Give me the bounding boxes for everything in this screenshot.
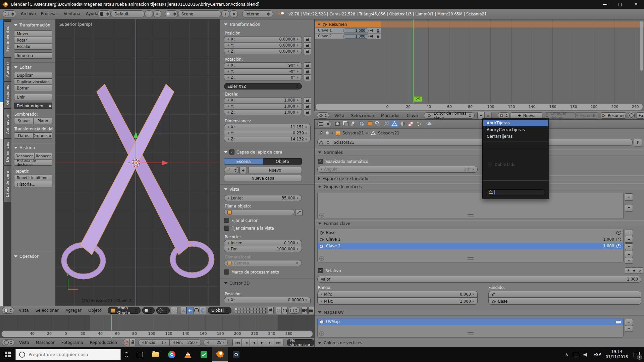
panel-header-editar[interactable]: Editar [14,65,32,70]
menu-search-input[interactable] [496,190,538,195]
layer-cell[interactable] [238,311,240,313]
tab-relaciones[interactable]: Relaciones [3,82,12,109]
datos-button[interactable]: Datos [14,132,33,139]
screen-layout-selector[interactable]: Default [111,10,145,17]
layer-cell[interactable] [241,311,244,313]
dim-z-field[interactable]: Z:14.132 [224,136,311,142]
pos-z-field[interactable]: Z:0.00000 [224,48,302,54]
rot-y-field[interactable]: Y:-0° [224,68,302,74]
pin-button[interactable] [625,267,631,274]
shapekey-move-up-button[interactable] [625,251,633,257]
gpencil-source-objeto-tab[interactable]: Objeto [263,158,302,165]
scissors-blade-left[interactable] [97,84,191,255]
scale-z-field[interactable]: Z:1.000 [224,109,302,115]
layer-cell[interactable] [235,311,237,313]
jump-to-end-button[interactable]: ▶▶| [274,339,283,346]
duplicar-vinculado-button[interactable]: Duplicar vinculado [14,78,52,85]
valor-slider[interactable]: Valor:1.000 [317,276,641,283]
menu-item-cerrartijeras[interactable]: CerrarTijeras [483,133,548,140]
task-view-button[interactable] [132,347,148,362]
mode-selector[interactable]: Modo Objeto [108,307,141,314]
channel-value-slider[interactable]: 1.000 [343,28,369,33]
list-grip[interactable] [468,214,474,217]
panel-header-uv[interactable]: Mapas UV [315,309,644,316]
shading-selector[interactable] [142,307,155,314]
lock-to-scene-button[interactable] [268,307,274,314]
suave-button[interactable]: Suave [14,118,33,124]
timeline-editor[interactable]: -40 -20 0 20 40 60 80 100 120 140 160 18… [0,315,314,338]
menu-item-abrirtijeras[interactable]: AbrirTijeras [483,120,548,126]
sync-mode-selector[interactable]: No sincronizar [287,339,314,346]
layer-cell[interactable] [251,311,254,313]
datablock-name-field[interactable]: Scissors21 [317,139,633,146]
scene-add-button[interactable]: + [221,10,229,17]
scene-icon-widget[interactable] [165,10,178,17]
layer-cell[interactable] [254,308,257,310]
menu-objeto[interactable]: Objeto [85,308,105,313]
push-down-button[interactable]: Empujar debajo [545,112,575,119]
opengl-render-button[interactable] [302,307,308,314]
panel-header-texturizado[interactable]: Espacio de texturizado [315,175,644,182]
taskbar-file-explorer[interactable] [148,347,164,362]
list-grip[interactable] [468,257,474,260]
layers-grid-2[interactable] [251,308,266,313]
menu-seleccionar[interactable]: Seleccionar [32,308,62,313]
scale-x-lock-button[interactable] [304,97,311,104]
layer-cell[interactable] [260,311,263,313]
rot-x-field[interactable]: X:90° [224,62,302,68]
eyedropper-button[interactable] [295,209,303,216]
panel-header-gpencil[interactable]: ✓ Capas de lápiz de cera [224,149,282,155]
list-add-icon[interactable]: + [319,213,324,218]
layout-add-button[interactable]: + [145,10,153,17]
rot-z-lock-button[interactable] [304,74,311,81]
layout-delete-button[interactable]: ✕ [153,10,161,17]
render-camera-icon[interactable] [616,320,621,324]
pivot-selector[interactable] [156,307,170,314]
action-center-button[interactable]: 1 [633,351,641,359]
mute-speaker-icon[interactable] [370,35,375,38]
tab-animacion[interactable]: Animación [3,109,12,138]
vgroup-specials-button[interactable] [625,204,633,212]
menu-agregar[interactable]: Agregar [62,308,85,313]
tab-texture-icon[interactable] [409,122,413,126]
cursor-x-field[interactable]: X:0.00000 [224,297,311,303]
mute-speaker-icon[interactable] [370,29,375,32]
ghost-curves-button[interactable] [628,112,635,119]
gpencil-source-escena-tab[interactable]: Escena [224,158,263,165]
play-button[interactable]: ▶ [258,339,266,346]
timeline-ruler[interactable]: -40 -20 0 20 40 60 80 100 120 140 160 18… [1,330,313,337]
editor-type-selector[interactable] [317,121,331,127]
dim-x-field[interactable]: X:11.151 [224,124,311,130]
menu-marcador[interactable]: Marcador [378,113,403,118]
eye-icon[interactable] [616,244,621,248]
layer-cell[interactable] [241,308,244,310]
lock-icon[interactable] [377,36,379,38]
menu-ventana[interactable]: Ventana [60,11,84,16]
orientation-selector[interactable]: Global [208,307,231,314]
proportional-edit-button[interactable] [276,307,282,314]
relativo-checkbox[interactable]: ✓ [318,268,323,273]
max-field[interactable]: Máx:1.000 [317,298,478,305]
shapekey-row-clave1[interactable]: Clave 1 1.000 [318,236,623,243]
blend-vgroup-field[interactable] [488,291,641,298]
current-frame-field[interactable]: 25 [204,339,228,346]
gpencil-pen-selector[interactable] [224,167,239,173]
frame-end-field[interactable]: Fin:250 [170,339,201,346]
pos-z-lock-button[interactable] [304,48,311,55]
menu-vista[interactable]: Vista [16,340,33,345]
layer-cell[interactable] [263,308,266,310]
scale-z-lock-button[interactable] [304,109,311,116]
tab-render-layers-icon[interactable] [343,121,348,126]
pin-icon[interactable] [319,131,323,135]
taskbar-vlc[interactable] [180,347,196,362]
taskbar-blender-active[interactable] [212,347,228,362]
next-keyframe-button[interactable]: ▶| [266,339,274,346]
properties-tab-strip[interactable] [334,120,438,128]
tab-agregar[interactable]: Agregar [3,57,12,81]
speaker-icon[interactable] [584,353,589,357]
channel-value-slider[interactable]: 1.000 [343,34,369,39]
editor-type-selector[interactable] [2,307,14,314]
screen-layout-icon-widget[interactable] [98,10,111,17]
minimize-button[interactable]: — [597,0,612,9]
duplicar-button[interactable]: Duplicar [14,72,52,78]
